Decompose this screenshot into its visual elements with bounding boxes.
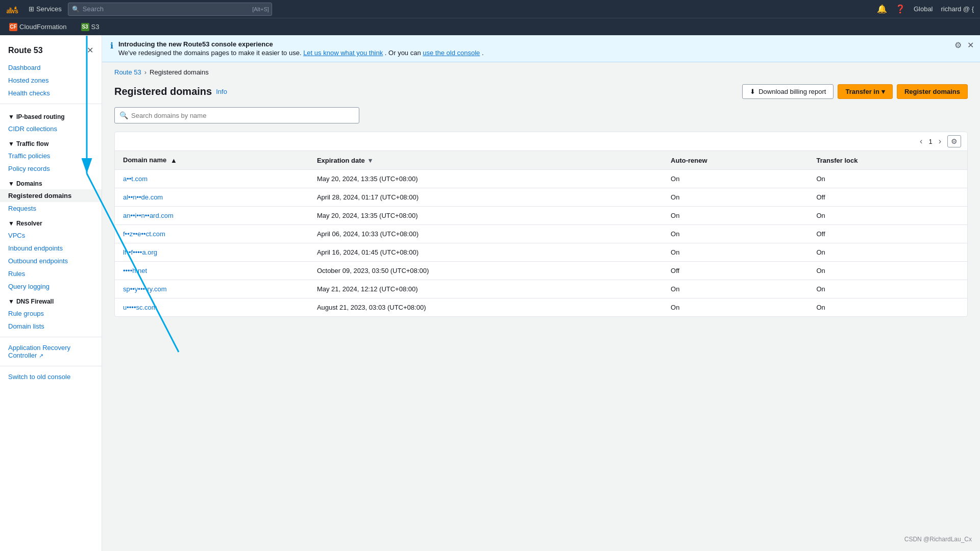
domain-search-input[interactable] bbox=[114, 107, 359, 123]
expiration-cell: May 21, 2024, 12:12 (UTC+08:00) bbox=[309, 280, 663, 298]
auto-renew-cell: On bbox=[663, 225, 808, 243]
sort-icon: ▲ bbox=[170, 157, 177, 164]
sidebar-item-hosted-zones[interactable]: Hosted zones bbox=[0, 74, 102, 87]
sidebar-item-switch-console[interactable]: Switch to old console bbox=[0, 370, 102, 383]
notifications-icon[interactable]: 🔔 bbox=[877, 4, 887, 14]
region-selector[interactable]: Global bbox=[914, 5, 933, 13]
sidebar-item-query-logging[interactable]: Query logging bbox=[0, 280, 102, 293]
domains-table: Domain name ▲ Expiration date ▾ Auto-ren… bbox=[115, 151, 967, 316]
download-icon: ⬇ bbox=[750, 88, 755, 95]
s3-tab[interactable]: S3 S3 bbox=[78, 21, 103, 33]
auto-renew-cell: On bbox=[663, 280, 808, 298]
sidebar-section-ip-routing[interactable]: ▼ IP-based routing bbox=[0, 108, 102, 122]
search-input[interactable] bbox=[68, 3, 272, 16]
page-title: Registered domains bbox=[114, 86, 212, 97]
domain-cell: u••••sc.com bbox=[115, 298, 309, 317]
search-icon-2: 🔍 bbox=[119, 111, 128, 119]
auto-renew-cell: Off bbox=[663, 262, 808, 280]
sidebar-section-traffic-flow[interactable]: ▼ Traffic flow bbox=[0, 135, 102, 149]
domain-link[interactable]: sp••y••••ry.com bbox=[123, 285, 167, 293]
auto-renew-cell: On bbox=[663, 207, 808, 225]
cloudformation-icon: CF bbox=[9, 23, 17, 31]
sidebar-item-traffic-policies[interactable]: Traffic policies bbox=[0, 149, 102, 162]
table-row: sp••y••••ry.com May 21, 2024, 12:12 (UTC… bbox=[115, 280, 967, 298]
banner-link1[interactable]: Let us know what you think bbox=[303, 49, 383, 57]
sidebar-item-cidr-collections[interactable]: CIDR collections bbox=[0, 122, 102, 135]
expiration-cell: April 16, 2024, 01:45 (UTC+08:00) bbox=[309, 243, 663, 262]
domain-link[interactable]: lf••f••••a.org bbox=[123, 248, 157, 256]
main-content: ℹ Introducing the new Route53 console ex… bbox=[102, 35, 980, 551]
breadcrumb-route53[interactable]: Route 53 bbox=[114, 68, 141, 76]
download-billing-button[interactable]: ⬇ Download billing report bbox=[742, 84, 834, 99]
sidebar-item-rules[interactable]: Rules bbox=[0, 267, 102, 280]
auto-renew-cell: On bbox=[663, 243, 808, 262]
sidebar-item-outbound-endpoints[interactable]: Outbound endpoints bbox=[0, 255, 102, 267]
cloudformation-tab[interactable]: CF CloudFormation bbox=[6, 21, 70, 33]
table-settings-button[interactable]: ⚙ bbox=[947, 135, 961, 147]
transfer-lock-cell: Off bbox=[808, 225, 968, 243]
svg-text:aws: aws bbox=[6, 7, 18, 14]
breadcrumb-current: Registered domains bbox=[150, 68, 209, 76]
info-link[interactable]: Info bbox=[216, 88, 227, 95]
sidebar-item-domain-lists[interactable]: Domain lists bbox=[0, 320, 102, 333]
register-domains-button[interactable]: Register domains bbox=[897, 84, 968, 99]
page-section: Registered domains Info ⬇ Download billi… bbox=[102, 76, 980, 551]
user-menu[interactable]: richard @ { bbox=[941, 5, 974, 13]
banner-link2[interactable]: use the old console bbox=[423, 49, 480, 57]
page-actions: ⬇ Download billing report Transfer in ▾ … bbox=[742, 84, 968, 99]
sidebar-item-vpcs[interactable]: VPCs bbox=[0, 229, 102, 242]
page-number: 1 bbox=[926, 138, 934, 145]
table-row: f••z••e••ct.com April 06, 2024, 10:33 (U… bbox=[115, 225, 967, 243]
domain-cell: al••n••de.com bbox=[115, 188, 309, 207]
domain-link[interactable]: ••••h.net bbox=[123, 267, 147, 274]
search-icon: 🔍 bbox=[72, 6, 80, 13]
prev-page-button[interactable]: ‹ bbox=[918, 136, 924, 147]
sidebar-item-app-recovery[interactable]: Application Recovery Controller ↗ bbox=[0, 341, 102, 362]
arrow-icon: ▼ bbox=[8, 113, 14, 120]
sidebar-section-domains[interactable]: ▼ Domains bbox=[0, 175, 102, 189]
sidebar-header: Route 53 ✕ bbox=[0, 41, 102, 61]
transfer-lock-cell: On bbox=[808, 170, 968, 188]
sidebar: Route 53 ✕ Dashboard Hosted zones Health… bbox=[0, 35, 102, 551]
expiration-cell: August 21, 2023, 03:03 (UTC+08:00) bbox=[309, 298, 663, 317]
dropdown-icon: ▾ bbox=[881, 88, 885, 95]
arrow-icon-5: ▼ bbox=[8, 298, 14, 305]
domain-link[interactable]: an••i••n••ard.com bbox=[123, 212, 174, 219]
sidebar-item-requests[interactable]: Requests bbox=[0, 202, 102, 215]
sidebar-item-dashboard[interactable]: Dashboard bbox=[0, 61, 102, 74]
global-search[interactable]: 🔍 [Alt+S] bbox=[68, 3, 272, 16]
expiration-cell: May 20, 2024, 13:35 (UTC+08:00) bbox=[309, 207, 663, 225]
domain-search[interactable]: 🔍 bbox=[114, 107, 359, 123]
auto-renew-cell: On bbox=[663, 188, 808, 207]
domain-link[interactable]: al••n••de.com bbox=[123, 193, 163, 201]
expiration-cell: April 28, 2024, 01:17 (UTC+08:00) bbox=[309, 188, 663, 207]
services-menu[interactable]: ⊞ Services bbox=[29, 5, 62, 13]
domain-cell: a••t.com bbox=[115, 170, 309, 188]
col-expiration-date[interactable]: Expiration date ▾ bbox=[309, 151, 663, 170]
sidebar-item-rule-groups[interactable]: Rule groups bbox=[0, 307, 102, 320]
transfer-lock-cell: Off bbox=[808, 188, 968, 207]
aws-logo[interactable]: aws bbox=[6, 4, 22, 14]
next-page-button[interactable]: › bbox=[937, 136, 943, 147]
sidebar-item-registered-domains[interactable]: Registered domains bbox=[0, 189, 102, 202]
transfer-in-button[interactable]: Transfer in ▾ bbox=[838, 84, 892, 99]
domain-link[interactable]: u••••sc.com bbox=[123, 304, 157, 311]
s3-icon: S3 bbox=[81, 23, 89, 31]
banner-content: Introducing the new Route53 console expe… bbox=[118, 40, 484, 57]
question-icon[interactable]: ❓ bbox=[895, 4, 905, 14]
sidebar-item-health-checks[interactable]: Health checks bbox=[0, 87, 102, 99]
domain-link[interactable]: f••z••e••ct.com bbox=[123, 230, 165, 238]
sidebar-section-resolver[interactable]: ▼ Resolver bbox=[0, 215, 102, 229]
settings-icon[interactable]: ⚙ bbox=[954, 40, 962, 50]
nav-right: 🔔 ❓ Global richard @ { bbox=[877, 4, 974, 14]
table-row: ••••h.net October 09, 2023, 03:50 (UTC+0… bbox=[115, 262, 967, 280]
banner-close-button[interactable]: ✕ bbox=[967, 40, 974, 50]
sidebar-item-inbound-endpoints[interactable]: Inbound endpoints bbox=[0, 242, 102, 255]
domain-link[interactable]: a••t.com bbox=[123, 175, 148, 183]
sidebar-item-policy-records[interactable]: Policy records bbox=[0, 162, 102, 175]
table-row: al••n••de.com April 28, 2024, 01:17 (UTC… bbox=[115, 188, 967, 207]
sidebar-section-dns-firewall[interactable]: ▼ DNS Firewall bbox=[0, 293, 102, 307]
transfer-lock-cell: On bbox=[808, 262, 968, 280]
col-domain-name[interactable]: Domain name ▲ bbox=[115, 151, 309, 170]
sidebar-close-button[interactable]: ✕ bbox=[87, 45, 93, 55]
